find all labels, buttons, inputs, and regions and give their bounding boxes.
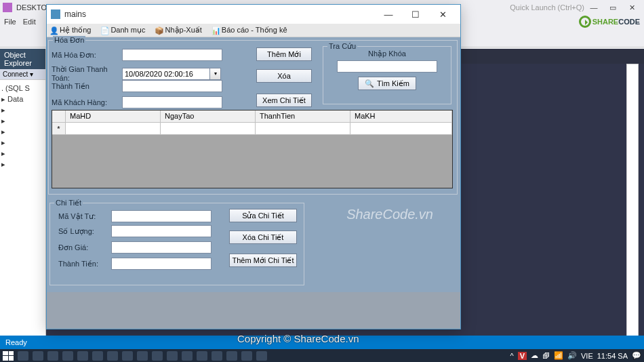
taskbar-item[interactable] — [77, 351, 88, 361]
col-ngaytao[interactable]: NgayTao — [161, 110, 256, 123]
xemchitiet-button[interactable]: Xem Chi Tiết — [256, 94, 312, 107]
mavattu-input[interactable] — [111, 210, 212, 222]
watermark-1: ShareCode.vn — [346, 207, 433, 222]
system-tray[interactable]: ^ V ☁ 🗊 📶 🔊 VIE 11:54 SA 💬 — [510, 351, 641, 360]
taskbar-item[interactable] — [167, 351, 178, 361]
menu-baocao[interactable]: 📊Báo cáo - Thống kê — [212, 26, 287, 35]
tray-notif-icon[interactable]: 💬 — [632, 351, 641, 360]
hoadon-group: Hóa Đơn Mã Hóa Đơn: Thời Gian Thanh Toán… — [48, 40, 458, 195]
mavattu-label: Mã Vật Tư: — [58, 212, 111, 221]
taskbar-item[interactable] — [122, 351, 133, 361]
chitiet-legend: Chi Tiết — [54, 199, 83, 207]
windows-taskbar[interactable]: ^ V ☁ 🗊 📶 🔊 VIE 11:54 SA 💬 — [0, 349, 644, 362]
tracuu-group: Tra Cứu Nhập Khóa 🔍 Tìm Kiếm — [323, 46, 451, 104]
tray-lang[interactable]: VIE — [581, 352, 593, 360]
vs-close-button[interactable]: ✕ — [622, 1, 641, 14]
mains-titlebar[interactable]: mains — ☐ ✕ — [47, 5, 460, 24]
connect-button[interactable]: Connect ▾ — [0, 69, 45, 80]
grid-corner[interactable] — [52, 110, 66, 123]
taskbar-item[interactable] — [241, 351, 252, 361]
taskbar-item[interactable] — [212, 351, 222, 361]
taskbar-item[interactable] — [92, 351, 103, 361]
sharecode-logo: SHARECODE — [579, 15, 640, 28]
tray-sound-icon[interactable]: 🔊 — [567, 351, 577, 360]
menu-nhapxuat[interactable]: 📦Nhập-Xuất — [155, 26, 201, 35]
tray-time[interactable]: 11:54 SA — [597, 352, 628, 360]
mains-menubar[interactable]: 👤Hệ thống 📄Danh mục 📦Nhập-Xuất 📊Báo cáo … — [47, 24, 460, 37]
taskbar-item[interactable] — [62, 351, 73, 361]
hoadon-legend: Hóa Đơn — [53, 36, 85, 45]
menu-hethong[interactable]: 👤Hệ thống — [49, 26, 91, 35]
tray-wifi-icon[interactable]: 📶 — [554, 351, 563, 360]
xoachitiet-button[interactable]: Xóa Chi Tiết — [229, 230, 297, 244]
object-explorer-panel: Object Explorer Connect ▾ . (SQL S▸ Data… — [0, 49, 46, 348]
mahoadon-input[interactable] — [122, 49, 222, 61]
thoigian-input[interactable] — [122, 68, 210, 80]
mains-body: Hóa Đơn Mã Hóa Đơn: Thời Gian Thanh Toán… — [47, 37, 460, 329]
app-icon — [51, 9, 60, 19]
taskbar-item[interactable] — [197, 351, 207, 361]
close-button[interactable]: ✕ — [429, 6, 456, 22]
tracuu-input[interactable] — [337, 60, 437, 73]
soluong-input[interactable] — [111, 225, 212, 237]
taskbar-item[interactable] — [33, 351, 43, 361]
search-icon: 🔍 — [365, 79, 374, 88]
makhachhang-input[interactable] — [122, 96, 222, 108]
grid-new-row[interactable]: * — [52, 123, 452, 135]
taskbar-item[interactable] — [152, 351, 163, 361]
chitiet-group: Chi Tiết Mã Vật Tư: Số Lượng: Đơn Giá: T… — [49, 203, 304, 285]
col-thanhtien[interactable]: ThanhTien — [256, 110, 350, 123]
grid-header: MaHD NgayTao ThanhTien MaKH — [52, 110, 452, 123]
xoa-button[interactable]: Xóa — [256, 69, 312, 83]
vs-statusbar: Ready — [0, 336, 644, 349]
col-makh[interactable]: MaKH — [350, 110, 452, 123]
hoadon-grid[interactable]: MaHD NgayTao ThanhTien MaKH * — [52, 110, 453, 188]
taskbar-item[interactable] — [256, 351, 267, 361]
makhachhang-label: Mã Khách Hàng: — [52, 98, 122, 106]
row-selector[interactable]: * — [52, 123, 66, 135]
taskbar-item[interactable] — [47, 351, 58, 361]
themmoichitiet-button[interactable]: Thêm Mới Chi Tiết — [229, 254, 297, 267]
vs-icon — [3, 3, 12, 12]
suachitiet-button[interactable]: Sửa Chi Tiết — [229, 209, 297, 222]
vs-menu-edit[interactable]: Edit — [23, 18, 36, 26]
quick-launch-input[interactable]: Quick Launch (Ctrl+Q) — [510, 3, 584, 12]
taskbar-item[interactable] — [137, 351, 148, 361]
dongia-label: Đơn Giá: — [58, 243, 111, 252]
start-button[interactable] — [3, 351, 14, 361]
soluong-label: Số Lượng: — [58, 227, 111, 236]
mahoadon-label: Mã Hóa Đơn: — [52, 51, 122, 60]
vs-max-button[interactable]: ▭ — [603, 1, 622, 14]
object-tree[interactable]: . (SQL S▸ Data ▸ ▸ ▸ ▸ ▸ ▸ — [0, 80, 45, 172]
menu-danhmuc[interactable]: 📄Danh mục — [100, 26, 145, 35]
ct-thanhtien-label: Thành Tiền: — [58, 260, 111, 268]
vs-menu-file[interactable]: File — [4, 18, 16, 26]
window-title: mains — [64, 9, 375, 19]
mains-window: mains — ☐ ✕ 👤Hệ thống 📄Danh mục 📦Nhập-Xu… — [46, 4, 461, 329]
dongia-input[interactable] — [111, 241, 212, 254]
tray-battery-icon[interactable]: 🗊 — [542, 352, 550, 360]
vs-min-button[interactable]: — — [584, 1, 603, 14]
taskbar-item[interactable] — [182, 351, 193, 361]
minimize-button[interactable]: — — [375, 6, 402, 22]
tracuu-legend: Tra Cứu — [327, 42, 357, 51]
themmoi-button[interactable]: Thêm Mới — [256, 47, 312, 61]
object-explorer-header: Object Explorer — [0, 49, 45, 69]
thanhtien-label: Thành Tiền — [52, 82, 122, 91]
maximize-button[interactable]: ☐ — [402, 6, 429, 22]
taskbar-item[interactable] — [18, 351, 28, 361]
taskbar-item[interactable] — [107, 351, 118, 361]
thanhtien-input[interactable] — [122, 80, 222, 92]
tray-up-icon[interactable]: ^ — [510, 352, 513, 360]
bottom-panel — [47, 292, 460, 329]
taskbar-item[interactable] — [226, 351, 237, 361]
tray-v-icon[interactable]: V — [518, 352, 527, 360]
col-mahd[interactable]: MaHD — [66, 110, 161, 123]
ct-thanhtien-input[interactable] — [111, 258, 212, 270]
timkiem-button[interactable]: 🔍 Tìm Kiếm — [358, 77, 416, 90]
datepicker-dropdown[interactable]: ▾ — [210, 68, 221, 80]
tray-cloud-icon[interactable]: ☁ — [531, 351, 538, 360]
